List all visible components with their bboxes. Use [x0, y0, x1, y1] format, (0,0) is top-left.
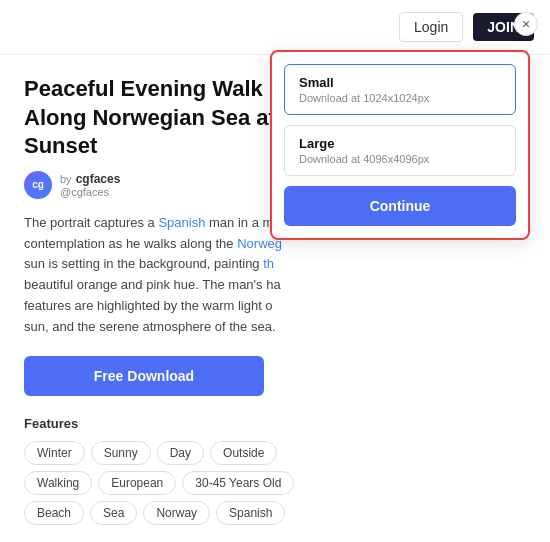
- continue-button[interactable]: Continue: [284, 186, 516, 226]
- close-button[interactable]: ×: [514, 12, 538, 36]
- features-section: Features Winter Sunny Day Outside Walkin…: [24, 416, 526, 525]
- size-option-small[interactable]: Small Download at 1024x1024px: [284, 64, 516, 115]
- size-option-large[interactable]: Large Download at 4096x4096px: [284, 125, 516, 176]
- size-large-label: Large: [299, 136, 501, 151]
- tags-row-1: Winter Sunny Day Outside: [24, 441, 526, 465]
- header: Login JOIN: [0, 0, 550, 55]
- tag-spanish[interactable]: Spanish: [216, 501, 285, 525]
- avatar: cg: [24, 171, 52, 199]
- tag-european[interactable]: European: [98, 471, 176, 495]
- tags-row-3: Beach Sea Norway Spanish: [24, 501, 526, 525]
- page-description: The portrait captures a Spanish man in a…: [24, 213, 284, 338]
- tag-sea[interactable]: Sea: [90, 501, 137, 525]
- highlight-spanish: Spanish: [158, 215, 205, 230]
- tag-walking[interactable]: Walking: [24, 471, 92, 495]
- download-overlay: Small Download at 1024x1024px Large Down…: [270, 50, 530, 240]
- tag-day[interactable]: Day: [157, 441, 204, 465]
- author-info: by cgfaces @cgfaces: [60, 172, 120, 198]
- author-name: cgfaces: [76, 172, 121, 186]
- page-title: Peaceful Evening Walk Along Norwegian Se…: [24, 75, 284, 161]
- tag-beach[interactable]: Beach: [24, 501, 84, 525]
- author-handle: @cgfaces: [60, 186, 120, 198]
- tags-row-2: Walking European 30-45 Years Old: [24, 471, 526, 495]
- tag-winter[interactable]: Winter: [24, 441, 85, 465]
- size-large-desc: Download at 4096x4096px: [299, 153, 501, 165]
- login-button[interactable]: Login: [399, 12, 463, 42]
- features-title: Features: [24, 416, 526, 431]
- tag-age-range[interactable]: 30-45 Years Old: [182, 471, 294, 495]
- tag-sunny[interactable]: Sunny: [91, 441, 151, 465]
- tag-outside[interactable]: Outside: [210, 441, 277, 465]
- tag-norway[interactable]: Norway: [143, 501, 210, 525]
- highlight-the: th: [263, 256, 274, 271]
- free-download-button[interactable]: Free Download: [24, 356, 264, 396]
- size-small-label: Small: [299, 75, 501, 90]
- author-prefix: by: [60, 173, 72, 185]
- size-small-desc: Download at 1024x1024px: [299, 92, 501, 104]
